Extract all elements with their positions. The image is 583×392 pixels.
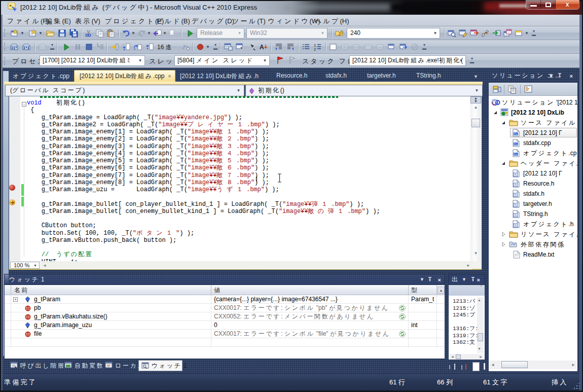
svg-text:h: h [515, 183, 517, 187]
svg-text:A: A [260, 44, 264, 51]
svg-text:h: h [515, 203, 517, 207]
svg-text:h: h [515, 213, 517, 217]
svg-text:C+: C+ [514, 153, 518, 156]
svg-text:h: h [515, 193, 517, 197]
svg-text:C+: C+ [514, 132, 518, 135]
svg-text:h: h [515, 224, 517, 227]
svg-text:2: 2 [314, 47, 316, 52]
svg-text:h: h [515, 173, 517, 176]
svg-text:C+: C+ [514, 142, 518, 146]
